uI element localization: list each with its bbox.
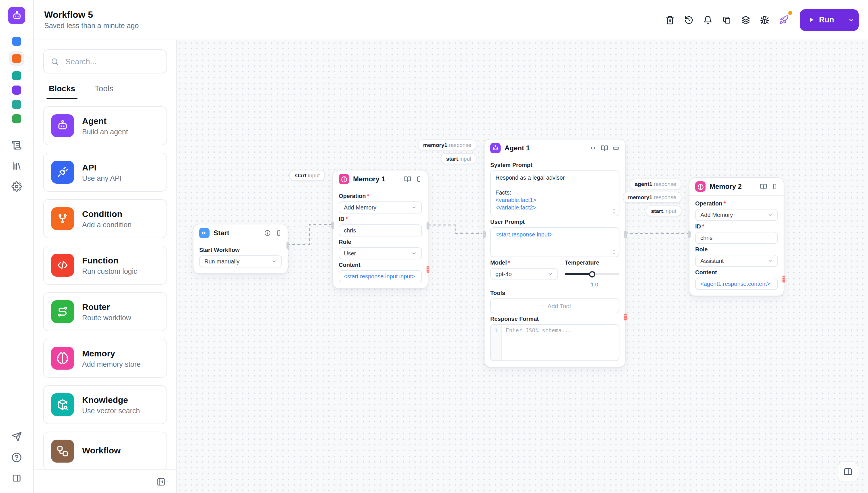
block-card-api[interactable]: API Use any API xyxy=(43,153,167,192)
block-card-memory[interactable]: Memory Add memory store xyxy=(43,339,167,378)
target-handle[interactable] xyxy=(331,221,334,229)
duplicate-copy-icon[interactable] xyxy=(719,12,735,27)
block-card-text: Workflow xyxy=(82,445,121,457)
debug-bug-icon[interactable] xyxy=(757,12,773,27)
source-handle[interactable] xyxy=(624,231,627,238)
error-handle[interactable] xyxy=(624,313,627,321)
id-input[interactable]: chris xyxy=(695,232,778,244)
notifications-bell-icon[interactable] xyxy=(700,12,716,27)
workspace-blue[interactable] xyxy=(12,37,21,46)
target-handle[interactable] xyxy=(483,231,486,238)
model-select[interactable]: gpt-4o xyxy=(490,268,558,280)
required-marker: * xyxy=(367,193,369,199)
run-button-main[interactable]: Run xyxy=(800,9,843,31)
prompt-variable: <variable.fact2> xyxy=(495,204,614,211)
content-input[interactable]: <start.response.input.input> xyxy=(339,270,422,282)
content-label: Content xyxy=(339,262,361,268)
response-format-editor[interactable]: 1 Enter JSON schema... xyxy=(490,324,619,361)
tab-tools[interactable]: Tools xyxy=(95,84,113,99)
block-card-router[interactable]: Router Route workflow xyxy=(43,292,167,331)
app-logo-robot-icon[interactable] xyxy=(8,7,25,24)
library-icon[interactable] xyxy=(10,159,23,173)
rename-rect-icon[interactable] xyxy=(276,230,282,236)
node-tools xyxy=(760,183,778,190)
collapse-sidebar-icon[interactable] xyxy=(153,474,168,489)
add-tool-button[interactable]: Add Tool xyxy=(490,298,619,313)
docs-book-icon[interactable] xyxy=(601,145,608,151)
block-card-function[interactable]: Function Run custom logic xyxy=(43,245,167,285)
slider-knob[interactable] xyxy=(589,271,595,277)
docs-book-icon[interactable] xyxy=(404,176,411,183)
node-agent1[interactable]: Agent 1 xyxy=(484,139,626,367)
workspace-purple[interactable] xyxy=(12,86,21,95)
search-box[interactable] xyxy=(43,49,167,73)
field-label: Operation * xyxy=(339,193,422,199)
collapse-rect-icon[interactable] xyxy=(613,145,619,151)
rename-rect-icon[interactable] xyxy=(771,183,778,190)
toggle-panel-icon[interactable] xyxy=(10,471,23,485)
role-select[interactable]: Assistant xyxy=(695,255,778,267)
edge-label-path: .response xyxy=(652,194,676,200)
resize-handle-icon[interactable] xyxy=(612,249,617,255)
user-prompt-textarea[interactable]: <start.response.input> xyxy=(490,227,619,257)
layers-icon[interactable] xyxy=(738,12,754,27)
field-label: Role xyxy=(339,239,422,245)
temperature-slider[interactable] xyxy=(565,268,619,280)
id-input[interactable]: chris xyxy=(339,224,422,236)
logs-scroll-icon[interactable] xyxy=(10,138,23,152)
workspace-teal[interactable] xyxy=(12,71,21,80)
id-label: ID xyxy=(339,216,344,222)
edge-label-source: memory1 xyxy=(628,194,652,200)
invite-send-icon[interactable] xyxy=(10,430,23,444)
error-handle[interactable] xyxy=(426,266,429,273)
edge-label: agent1.response xyxy=(630,178,681,189)
source-handle[interactable] xyxy=(287,242,289,249)
delete-trash-icon[interactable] xyxy=(662,12,678,27)
docs-book-icon[interactable] xyxy=(760,183,767,190)
deploy-rocket-icon[interactable] xyxy=(776,12,792,27)
prompt-variable: <variable.fact1> xyxy=(495,196,614,204)
open-panel-icon[interactable] xyxy=(838,462,858,482)
block-desc: Add memory store xyxy=(82,360,141,368)
settings-gear-icon[interactable] xyxy=(10,180,23,193)
help-icon[interactable] xyxy=(10,451,23,464)
app: Workflow 5 Saved less than a minute ago xyxy=(0,0,868,493)
resize-handle-icon[interactable] xyxy=(612,208,617,214)
operation-select[interactable]: Add Memory xyxy=(339,201,422,214)
operation-select[interactable]: Add Memory xyxy=(695,209,778,221)
rename-rect-icon[interactable] xyxy=(416,176,422,183)
run-mode-select[interactable]: Run manually xyxy=(199,255,282,267)
run-options-chevron-icon[interactable] xyxy=(843,9,859,31)
node-start[interactable]: Start Start Workflow xyxy=(193,224,288,274)
workflow-canvas[interactable]: start.input memory1.response start.input… xyxy=(177,40,868,493)
tab-blocks[interactable]: Blocks xyxy=(49,84,75,99)
node-memory2[interactable]: Memory 2 Operation xyxy=(689,177,784,296)
run-button[interactable]: Run xyxy=(800,9,859,31)
block-name: Function xyxy=(82,255,137,265)
content-input[interactable]: <agent1.response.content> xyxy=(695,278,778,290)
node-memory1[interactable]: Memory 1 Operation xyxy=(332,170,428,289)
field-label: Content xyxy=(339,262,422,268)
start-icon xyxy=(199,228,210,238)
block-card-condition[interactable]: Condition Add a condition xyxy=(43,199,167,238)
source-handle[interactable] xyxy=(426,222,429,230)
block-card-agent[interactable]: Agent Build an agent xyxy=(43,106,167,145)
role-select[interactable]: User xyxy=(339,248,422,259)
field-label: User Prompt xyxy=(490,219,619,225)
workspace-orange[interactable] xyxy=(12,54,21,63)
workspace-teal-2[interactable] xyxy=(12,100,21,109)
target-handle[interactable] xyxy=(688,231,691,238)
block-card-knowledge[interactable]: Knowledge Use vector search xyxy=(43,385,167,424)
block-card-workflow[interactable]: Workflow xyxy=(43,432,167,470)
field-label: System Prompt xyxy=(490,162,619,168)
info-icon[interactable] xyxy=(264,230,271,236)
edge-label-path: .input xyxy=(306,172,320,178)
app-header: Workflow 5 Saved less than a minute ago xyxy=(34,0,868,40)
search-input[interactable] xyxy=(64,57,160,66)
code-icon[interactable] xyxy=(590,145,596,151)
system-prompt-textarea[interactable]: Respond as a legal advisor Facts: <varia… xyxy=(490,170,619,216)
workspace-green[interactable] xyxy=(12,114,21,123)
error-handle[interactable] xyxy=(782,276,785,283)
history-icon[interactable] xyxy=(681,12,697,27)
node-title: Memory 2 xyxy=(710,183,756,191)
